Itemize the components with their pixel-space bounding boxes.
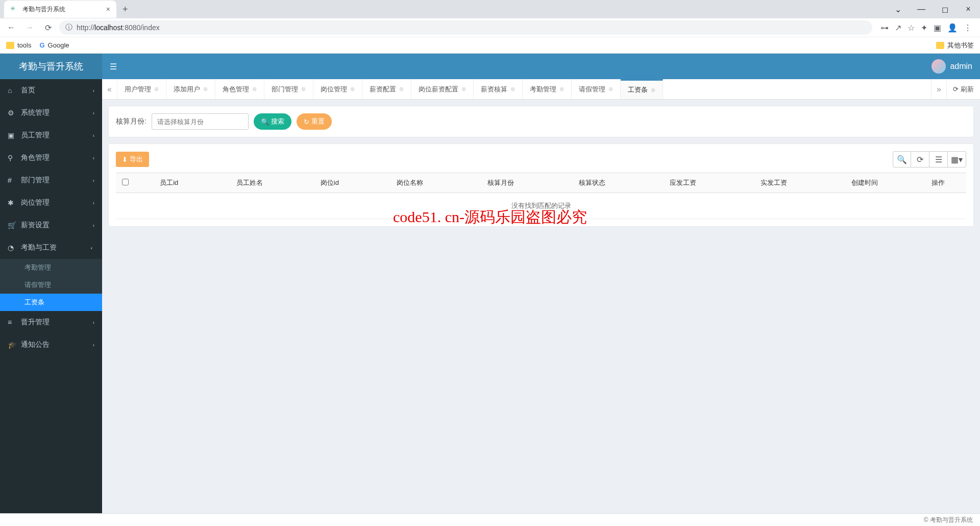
sidebar-item[interactable]: 🛒薪资设置‹ [0, 214, 102, 236]
bookmark-other[interactable]: 其他书签 [936, 41, 974, 50]
content-tab[interactable]: 用户管理⊗ [117, 79, 166, 99]
content-tab[interactable]: 岗位薪资配置⊗ [411, 79, 474, 99]
maximize-icon[interactable]: ◻ [933, 0, 957, 18]
tab-close-icon[interactable]: ⊗ [651, 87, 655, 93]
url-input[interactable]: ⓘ http://localhost:8080/index [59, 20, 872, 35]
sidebar-subitem[interactable]: 请假管理 [0, 276, 102, 294]
sidebar-item[interactable]: ▣员工管理‹ [0, 124, 102, 147]
tab-close-icon[interactable]: ⊗ [399, 86, 404, 92]
content-tab[interactable]: 添加用户⊗ [166, 79, 215, 99]
tab-close-icon[interactable]: ⊗ [559, 86, 564, 92]
sidebar-item[interactable]: ≡晋升管理‹ [0, 311, 102, 333]
tab-scroll-right[interactable]: » [931, 79, 946, 99]
content-tab[interactable]: 薪资核算⊗ [474, 79, 523, 99]
column-header[interactable]: 核算状态 [546, 173, 637, 193]
sidebar-subitem[interactable]: 考勤管理 [0, 259, 102, 276]
sidebar-item-label: 岗位管理 [21, 198, 50, 207]
close-icon[interactable]: × [957, 0, 980, 18]
tab-close-icon[interactable]: ⊗ [203, 86, 208, 92]
tab-close-icon[interactable]: ⊗ [608, 86, 613, 92]
content-tab[interactable]: 部门管理⊗ [264, 79, 313, 99]
hamburger-icon[interactable]: ☰ [110, 62, 117, 71]
table-view-icon[interactable]: ▦▾ [948, 151, 966, 168]
folder-icon [936, 42, 944, 49]
sidepanel-icon[interactable]: ▣ [934, 23, 941, 33]
tab-scroll-left[interactable]: « [102, 79, 117, 99]
app-logo[interactable]: 考勤与晋升系统 [0, 54, 102, 79]
tab-close-icon[interactable]: ⊗ [252, 86, 257, 92]
tab-close-icon[interactable]: ⊗ [510, 86, 515, 92]
new-tab-button[interactable]: + [122, 4, 128, 15]
tab-label: 添加用户 [174, 85, 200, 94]
user-menu[interactable]: admin [932, 59, 972, 74]
reload-button[interactable]: ⟳ [41, 20, 55, 35]
data-table: 员工id员工姓名岗位id岗位名称核算月份核算状态应发工资实发工资创建时间操作 没… [116, 173, 966, 219]
column-header[interactable]: 应发工资 [638, 173, 728, 193]
sidebar-item[interactable]: ⚙系统管理‹ [0, 102, 102, 124]
content-tab[interactable]: 岗位管理⊗ [313, 79, 362, 99]
menu-icon[interactable]: ⋮ [964, 23, 972, 33]
chevron-icon: ‹ [93, 133, 94, 138]
bookmark-tools[interactable]: tools [6, 41, 31, 49]
column-header[interactable]: 核算月份 [455, 173, 546, 193]
forward-button[interactable]: → [22, 20, 37, 35]
sidebar-item[interactable]: ⌂首页‹ [0, 79, 102, 102]
export-button[interactable]: ⬇ 导出 [116, 152, 149, 167]
key-icon[interactable]: ⊶ [880, 23, 889, 33]
google-icon: G [39, 41, 44, 49]
window-controls: ⌄ — ◻ × [886, 0, 980, 18]
table-columns-icon[interactable]: ☰ [929, 151, 948, 168]
back-button[interactable]: ← [4, 20, 18, 35]
grad-icon: 🎓 [8, 341, 17, 349]
content-tab[interactable]: 工资条⊗ [621, 79, 663, 99]
share-icon[interactable]: ↗ [895, 23, 901, 33]
star-icon[interactable]: ☆ [908, 23, 915, 33]
sidebar-item[interactable]: 🎓通知公告‹ [0, 333, 102, 356]
table-search-icon[interactable]: 🔍 [893, 151, 911, 168]
tab-close-icon[interactable]: ⊗ [154, 86, 159, 92]
sidebar-item[interactable]: ◔考勤与工资⌄ [0, 236, 102, 259]
table-toolbar: ⬇ 导出 🔍 ⟳ ☰ ▦▾ [116, 151, 966, 168]
sidebar-item-label: 薪资设置 [21, 221, 50, 230]
select-all-checkbox[interactable] [122, 179, 129, 185]
sidebar-item[interactable]: ⚲角色管理‹ [0, 147, 102, 169]
tab-close-icon[interactable]: ⊗ [301, 86, 306, 92]
reset-button[interactable]: ↻ 重置 [297, 113, 332, 130]
search-button[interactable]: 🔍 搜索 [254, 113, 291, 130]
chevron-icon: ‹ [93, 223, 94, 228]
profile-icon[interactable]: 👤 [947, 23, 958, 33]
sidebar-item[interactable]: #部门管理‹ [0, 169, 102, 192]
column-header[interactable]: 员工姓名 [204, 173, 295, 193]
column-header[interactable]: 实发工资 [728, 173, 819, 193]
filter-label: 核算月份: [116, 117, 146, 126]
avatar [932, 59, 946, 74]
sidebar-subitem[interactable]: 工资条 [0, 294, 102, 311]
table-refresh-icon[interactable]: ⟳ [911, 151, 929, 168]
content-tab[interactable]: 薪资配置⊗ [362, 79, 411, 99]
column-header[interactable]: 员工id [134, 173, 204, 193]
bookmark-google[interactable]: G Google [39, 41, 69, 49]
browser-tab[interactable]: ✳ 考勤与晋升系统 × [4, 1, 116, 18]
site-info-icon[interactable]: ⓘ [65, 23, 72, 32]
footer: © 考勤与晋升系统 [0, 513, 980, 526]
column-header[interactable]: 创建时间 [819, 173, 910, 193]
sidebar-item[interactable]: ✱岗位管理‹ [0, 192, 102, 214]
content-tab[interactable]: 角色管理⊗ [215, 79, 264, 99]
content-tab[interactable]: 考勤管理⊗ [523, 79, 572, 99]
column-header[interactable]: 岗位名称 [364, 173, 455, 193]
extensions-icon[interactable]: ✦ [921, 23, 927, 33]
table-panel: ⬇ 导出 🔍 ⟳ ☰ ▦▾ 员工id员工姓名岗位id岗位名称核算月份核算状态应发… [108, 144, 974, 227]
month-input[interactable] [152, 113, 249, 130]
tab-close-icon[interactable]: × [106, 5, 110, 13]
dropdown-icon[interactable]: ⌄ [886, 0, 910, 18]
refresh-button[interactable]: ⟳ 刷新 [946, 79, 980, 99]
content-tab[interactable]: 请假管理⊗ [572, 79, 621, 99]
minimize-icon[interactable]: — [910, 0, 933, 18]
column-header[interactable]: 岗位id [295, 173, 365, 193]
chevron-icon: ‹ [93, 178, 94, 183]
tab-close-icon[interactable]: ⊗ [350, 86, 355, 92]
bookmark-bar: tools G Google 其他书签 [0, 37, 980, 53]
column-header[interactable]: 操作 [910, 173, 966, 193]
tab-close-icon[interactable]: ⊗ [461, 86, 466, 92]
tab-title: 考勤与晋升系统 [22, 5, 65, 14]
